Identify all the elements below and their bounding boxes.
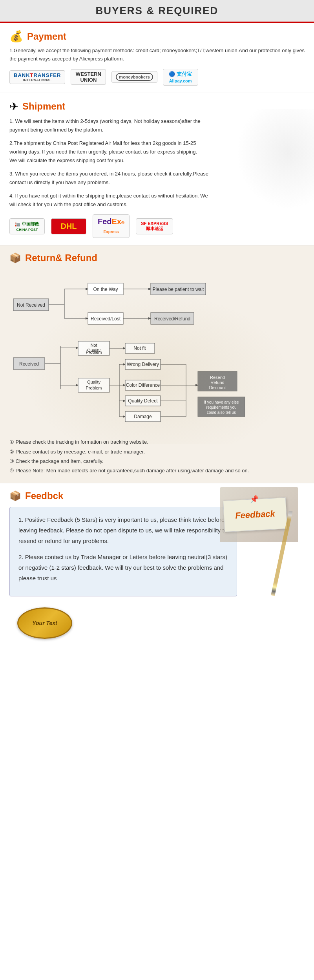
payment-icon: 💰 <box>9 30 23 43</box>
feedback-content-box: 1. Positive Feedback (5 Stars) is very i… <box>9 507 237 596</box>
feedback-icon: 📦 <box>9 490 21 501</box>
payment-title-row: 💰 Payment <box>9 30 305 43</box>
svg-text:Discount: Discount <box>209 385 226 390</box>
feedback-note-card: Feedback 📌 <box>223 497 287 532</box>
payment-logos: BANKTRANSFER INTERNATIONAL WESTERNUNION … <box>9 69 305 86</box>
shipment-point-2: 2.The shipment by China Post Registered … <box>9 139 214 165</box>
svg-text:requirements you: requirements you <box>206 405 236 410</box>
shipment-point-3: 3. When you receive the items you ordere… <box>9 170 214 187</box>
alipay-logo: 🔵 支付宝Alipay.com <box>163 69 198 86</box>
svg-text:Received/Lost: Received/Lost <box>91 316 121 322</box>
svg-text:Wrong Delivery: Wrong Delivery <box>127 362 159 367</box>
payment-description: 1.Generally, we accept the following pay… <box>9 47 305 63</box>
svg-text:On the Way: On the Way <box>93 287 118 292</box>
dhl-logo: DHL <box>51 218 86 234</box>
payment-heading: Payment <box>27 31 66 42</box>
payment-section: 💰 Payment 1.Generally, we accept the fol… <box>0 23 314 93</box>
svg-text:could also tell us: could also tell us <box>207 410 236 415</box>
note-2: ② Please contact us by meesage, e-mail, … <box>9 448 305 456</box>
svg-text:If you have any else: If you have any else <box>204 400 239 404</box>
svg-text:Not Received: Not Received <box>17 302 45 308</box>
return-notes-list: ① Please check the tracking in formation… <box>9 438 305 475</box>
svg-text:Quality: Quality <box>87 380 101 384</box>
sf-express-logo: SF EXPRESS顺丰速运 <box>136 218 173 234</box>
svg-text:Not: Not <box>90 343 97 347</box>
western-union-logo: WESTERNUNION <box>71 69 106 85</box>
stamp-text: Your Text <box>32 620 57 626</box>
pin-icon: 📌 <box>250 494 259 503</box>
svg-text:Received: Received <box>19 361 39 367</box>
return-icon: 📦 <box>9 252 21 263</box>
svg-text:Please be patient to wait: Please be patient to wait <box>153 287 204 292</box>
stamp-area: Your Text <box>0 603 314 647</box>
feedback-section: 📦 Feedbck 👩‍💼 Feedback 📌 1. Positive Fee… <box>0 483 314 603</box>
page-header: BUYERS & REQUIRED <box>0 0 314 23</box>
return-title-row: 📦 Return& Refund <box>9 252 305 263</box>
note-4: ④ Please Note: Men made defects are not … <box>9 466 305 475</box>
feedback-point-2: 2. Please contact us by Trade Manager or… <box>18 552 228 583</box>
note-3: ③ Check the package and Item, carefully. <box>9 457 305 466</box>
svg-text:Color Difference: Color Difference <box>126 382 160 388</box>
svg-text:Resend: Resend <box>210 375 225 380</box>
shipment-title-row: ✈ Shipment <box>9 100 305 113</box>
page-title: BUYERS & REQUIRED <box>0 5 314 17</box>
flow-diagram: Not Received On the Way Please be patien… <box>9 267 305 432</box>
shipment-heading: Shipment <box>22 101 65 112</box>
return-refund-section: 📦 Return& Refund Not Received On the Way <box>0 245 314 483</box>
shipping-logos: 🏣 中国邮政CHINA POST DHL FedEx®Express SF EX… <box>9 214 305 238</box>
fedex-logo: FedEx®Express <box>93 214 130 238</box>
shipment-point-1: 1. We will sent the items within 2-5days… <box>9 117 214 134</box>
moneybookers-logo: moneybookers <box>111 71 157 83</box>
return-heading: Return& Refund <box>25 252 97 263</box>
note-1: ① Please check the tracking in formation… <box>9 438 305 446</box>
bank-transfer-logo: BANKTRANSFER INTERNATIONAL <box>9 70 65 84</box>
svg-text:Quality Defect: Quality Defect <box>128 398 158 404</box>
svg-text:Problem: Problem <box>86 350 102 355</box>
feedback-note-label: Feedback <box>235 508 276 521</box>
feedback-heading: Feedbck <box>25 490 63 501</box>
gold-stamp: Your Text <box>17 607 72 639</box>
feedback-point-1: 1. Positive Feedback (5 Stars) is very i… <box>18 514 228 546</box>
shipment-section: ✈ Shipment 1. We will sent the items wit… <box>0 93 314 245</box>
svg-text:Not fit: Not fit <box>133 346 146 351</box>
shipment-icon: ✈ <box>9 100 18 113</box>
china-post-logo: 🏣 中国邮政CHINA POST <box>9 218 45 234</box>
svg-text:Refund: Refund <box>210 380 224 385</box>
svg-text:Problem: Problem <box>86 386 102 390</box>
shipment-bg-decor <box>228 109 314 219</box>
svg-text:Received/Refund: Received/Refund <box>154 316 190 322</box>
shipment-point-4: 4. If you have not got it within the shi… <box>9 192 214 209</box>
svg-text:Damage: Damage <box>134 414 152 419</box>
